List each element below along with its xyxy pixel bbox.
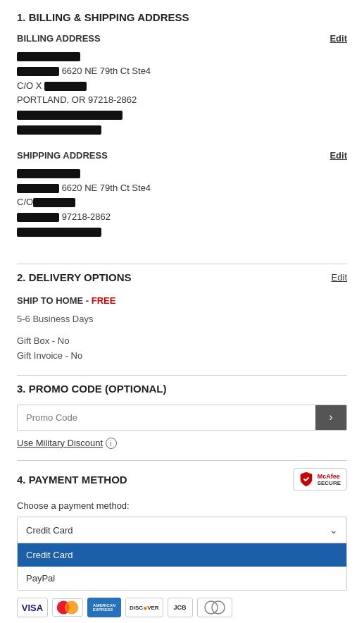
military-discount-link[interactable]: Use Military Discount — [17, 438, 103, 448]
payment-title: 4. Payment Method — [17, 474, 127, 486]
mcafee-secure: SECURE — [318, 480, 341, 486]
billing-shipping-header: 1. Billing & Shipping Address — [17, 11, 347, 23]
payment-header: 4. Payment Method McAfee SECURE — [17, 468, 347, 491]
promo-header: 3. Promo Code (Optional) — [17, 383, 347, 395]
redacted-ship-co — [33, 198, 75, 207]
shipping-edit-link[interactable]: Edit — [330, 150, 347, 161]
ship-home-label: SHIP TO HOME - FREE — [17, 293, 347, 309]
promo-section: 3. Promo Code (Optional) › Use Military … — [17, 383, 347, 462]
business-days: 5-6 Business Days — [17, 312, 347, 327]
redacted-prefix — [17, 67, 59, 76]
military-discount-row: Use Military Discount i — [17, 438, 347, 450]
billing-shipping-title: 1. Billing & Shipping Address — [17, 11, 189, 23]
promo-input[interactable] — [18, 405, 315, 430]
visa-icon: VISA — [17, 598, 48, 617]
gift-box: Gift Box - No — [17, 334, 347, 349]
billing-address-text: 6620 NE 79th Ct Ste4 C/O X PORTLAND, OR … — [17, 49, 347, 137]
mcafee-shield-icon — [299, 471, 313, 487]
delivery-info: SHIP TO HOME - FREE 5-6 Business Days Gi… — [17, 293, 347, 364]
redacted-co — [44, 82, 87, 91]
redacted-phone — [17, 111, 123, 120]
payment-icons-row: VISA AMERICANEXPRESS DISC●VER JCB — [17, 598, 347, 617]
promo-title: 3. Promo Code (Optional) — [17, 383, 167, 395]
choose-payment-label: Choose a payment method: — [17, 500, 347, 511]
option-paypal[interactable]: PayPal — [18, 567, 346, 590]
svg-point-3 — [212, 601, 225, 614]
discover-icon: DISC●VER — [125, 598, 163, 617]
jcb-icon: JCB — [168, 598, 193, 617]
dropdown-selected[interactable]: Credit Card ⌄ — [18, 517, 346, 543]
promo-input-row: › — [17, 405, 347, 431]
mcafee-name: McAfee — [318, 473, 341, 480]
redacted-ship-extra — [17, 228, 101, 237]
redacted-ship-prefix — [17, 184, 59, 193]
promo-submit-button[interactable]: › — [315, 405, 346, 430]
chevron-down-icon: ⌄ — [330, 524, 338, 536]
shipping-address-text: 6620 NE 79th Ct Ste4 C/O 97218-2862 — [17, 166, 347, 240]
billing-edit-link[interactable]: Edit — [330, 33, 347, 44]
dropdown-options-list: Credit Card PayPal — [18, 543, 346, 590]
dropdown-selected-value: Credit Card — [26, 525, 73, 536]
mastercard-icon — [52, 598, 83, 617]
payment-section: 4. Payment Method McAfee SECURE Choose a… — [17, 468, 347, 623]
billing-address-label: BILLING ADDRESS Edit — [17, 33, 347, 44]
shipping-address-block: SHIPPING ADDRESS Edit 6620 NE 79th Ct St… — [17, 150, 347, 240]
delivery-title: 2. Delivery Options — [17, 271, 132, 283]
option-credit-card[interactable]: Credit Card — [18, 543, 346, 567]
svg-point-2 — [205, 601, 218, 614]
billing-address-block: BILLING ADDRESS Edit 6620 NE 79th Ct Ste… — [17, 33, 347, 137]
shipping-address-label: SHIPPING ADDRESS Edit — [17, 150, 347, 161]
checkout-page: 1. Billing & Shipping Address BILLING AD… — [0, 0, 364, 623]
delivery-edit-link[interactable]: Edit — [332, 272, 347, 283]
payment-dropdown[interactable]: Credit Card ⌄ Credit Card PayPal — [17, 517, 347, 591]
delivery-section: 2. Delivery Options Edit SHIP TO HOME - … — [17, 271, 347, 376]
amex-icon: AMERICANEXPRESS — [87, 598, 121, 617]
redacted-name — [17, 52, 80, 61]
military-info-icon[interactable]: i — [106, 438, 117, 449]
diners-icon — [197, 598, 232, 617]
redacted-ship-name — [17, 169, 80, 178]
mcafee-badge: McAfee SECURE — [293, 468, 347, 491]
redacted-email — [17, 125, 101, 135]
billing-shipping-section: 1. Billing & Shipping Address BILLING AD… — [17, 11, 347, 264]
gift-invoice: Gift Invoice - No — [17, 349, 347, 364]
redacted-ship-city — [17, 213, 59, 222]
delivery-header: 2. Delivery Options Edit — [17, 271, 347, 283]
